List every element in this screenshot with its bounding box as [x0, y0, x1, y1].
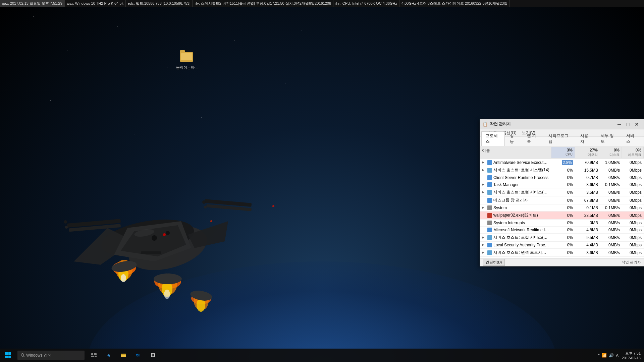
- table-row[interactable]: ▶ 서비스 호스트: 로컬 서비스(네... 0% 3.5MB 0MB/s 0M…: [480, 188, 644, 196]
- start-button[interactable]: [0, 349, 16, 362]
- proc-name-cell: ▶ 서비스 호스트: 로컬 시스템(14): [480, 166, 551, 174]
- expand-icon[interactable]: ▶: [482, 183, 486, 187]
- tab-details[interactable]: 세부 정보: [596, 131, 621, 146]
- tm-close-button[interactable]: ✕: [632, 120, 641, 129]
- table-row[interactable]: ▶ Task Manager 0% 8.6MB 0.1MB/s 0Mbps: [480, 181, 644, 188]
- proc-name-label: Client Server Runtime Process: [493, 175, 548, 180]
- tray-expand[interactable]: ^: [598, 353, 600, 358]
- tm-statusbar: 간단히(D) 작업 관리자: [480, 258, 644, 266]
- svg-point-9: [121, 274, 126, 282]
- proc-icon: [487, 205, 492, 210]
- expand-icon[interactable]: ▶: [482, 161, 486, 165]
- proc-network-cell: 0Mbps: [622, 249, 644, 256]
- tm-simple-view-btn[interactable]: 간단히(D): [483, 259, 505, 266]
- proc-icon: [487, 168, 492, 173]
- tray-icons[interactable]: ^ 📶 🔊 A: [598, 353, 619, 358]
- taskbar-top-item-os[interactable]: wsx: Windows 10 TH2 Pro K 64 bit: [65, 0, 126, 7]
- taskbar-search-box[interactable]: Windows 검색: [17, 351, 85, 360]
- th-cpu[interactable]: 3% CPU: [551, 147, 575, 158]
- proc-disk-cell: 0MB/s: [600, 197, 622, 204]
- tab-performance[interactable]: 성능: [505, 131, 522, 146]
- proc-network-cell: 0Mbps: [622, 189, 644, 196]
- explorer-button[interactable]: [117, 349, 130, 362]
- expand-icon[interactable]: ▶: [482, 236, 486, 240]
- folder-icon-shape: [180, 52, 193, 62]
- table-row[interactable]: ▶ Antimalware Service Executable 2.8% 70…: [480, 159, 644, 166]
- svg-rect-44: [95, 356, 97, 357]
- tm-statusbar-label: 작업 관리자: [622, 260, 641, 265]
- proc-icon: [487, 175, 492, 180]
- th-memory[interactable]: 27% 메모리: [575, 147, 600, 158]
- taskbar-top-item-cpu[interactable]: ihn: CPU: Intel i7-6700K OC 4.36GHz: [333, 0, 399, 7]
- table-row[interactable]: ▶ 서비스 호스트: 로컬 시스템(14) 0% 15.5MB 0MB/s 0M…: [480, 166, 644, 174]
- proc-cpu-cell: 0%: [551, 174, 575, 181]
- svg-point-24: [152, 235, 157, 241]
- proc-cpu-cell: 0%: [551, 204, 575, 211]
- proc-cpu-cell: 0%: [551, 227, 575, 233]
- taskbar-clock[interactable]: 오후 7:51 2017-02-13: [622, 351, 641, 360]
- table-row[interactable]: wallpaper32.exe(32비트) 0% 23.5MB 0MB/s 0M…: [480, 212, 644, 220]
- expand-icon[interactable]: ▶: [482, 251, 486, 255]
- svg-rect-46: [121, 354, 123, 354]
- table-row[interactable]: ▶ 서비스 호스트: 원격 프로시저 ... 0% 3.6MB 0MB/s 0M…: [480, 249, 644, 257]
- table-row[interactable]: ▶ 서비스 호스트: 로컬 서비스(네... 0% 9.5MB 0MB/s 0M…: [480, 234, 644, 242]
- search-icon: [21, 353, 25, 357]
- th-disk[interactable]: 0% 디스크: [600, 147, 622, 158]
- taskbar-top-item-rfv[interactable]: rfv: 스케시홀드2 버전1511[솔시년별] 부팅:0일17:21:50 설…: [193, 0, 333, 7]
- tm-minimize-button[interactable]: ─: [615, 120, 624, 129]
- table-row[interactable]: 데스크톱 창 관리자 0% 67.8MB 0MB/s 0Mbps: [480, 196, 644, 204]
- expand-icon[interactable]: ▶: [482, 206, 486, 210]
- proc-name-cell: ▶ 서비스 호스트: 로컬 서비스(네...: [480, 188, 551, 196]
- proc-memory-cell: 0MB: [575, 220, 600, 226]
- task-view-button[interactable]: [87, 349, 101, 362]
- store-button[interactable]: 🛍: [131, 349, 145, 362]
- proc-icon: [487, 228, 492, 232]
- proc-memory-cell: 3.6MB: [575, 249, 600, 256]
- proc-disk-cell: 0MB/s: [600, 242, 622, 248]
- tray-ime[interactable]: A: [616, 353, 618, 357]
- proc-network-cell: 0Mbps: [622, 212, 644, 219]
- tab-startup[interactable]: 시작프로그램: [544, 131, 575, 146]
- proc-disk-cell: 0MB/s: [600, 249, 622, 256]
- tm-title-icon: 📋: [483, 122, 488, 127]
- taskbar-top-item-build[interactable]: edc: 빌드:10586.753 [10.0.10586.753]: [126, 0, 193, 7]
- taskbar-cpu-label: ihn: CPU: Intel i7-6700K OC 4.36GHz: [335, 1, 397, 5]
- proc-disk-cell: 0MB/s: [600, 212, 622, 219]
- expand-icon[interactable]: ▶: [482, 243, 486, 247]
- taskbar-right: ^ 📶 🔊 A 오후 7:51 2017-02-13: [598, 351, 644, 360]
- tm-maximize-button[interactable]: □: [624, 120, 632, 129]
- taskbar-top-item-datetime[interactable]: qaz: 2017.02.13 월요일 오후 7:51:29: [0, 0, 65, 7]
- taskbar-top-item-freq[interactable]: 4.00GHz 4코어 8스레드 스카이레이크 20160322-0년10개월2…: [399, 0, 510, 7]
- th-network[interactable]: 0% 네트워크: [622, 147, 644, 158]
- search-label: Windows 검색: [26, 353, 52, 358]
- expand-icon[interactable]: ▶: [482, 190, 486, 194]
- tab-users[interactable]: 사용자: [576, 131, 596, 146]
- edge-button[interactable]: e: [102, 349, 115, 362]
- tab-services[interactable]: 서비스: [622, 131, 642, 146]
- table-row[interactable]: System Interrupts 0% 0MB 0MB/s 0Mbps: [480, 220, 644, 227]
- tm-table-header: 이름 3% CPU 27% 메모리 0% 디스크 0% 네트워크: [480, 146, 644, 159]
- proc-memory-cell: 23.5MB: [575, 212, 600, 219]
- proc-name-label: 데스크톱 창 관리자: [493, 197, 528, 203]
- tray-network[interactable]: 📶: [602, 353, 607, 358]
- tab-processes[interactable]: 프로세스: [481, 131, 505, 146]
- proc-network-cell: 0Mbps: [622, 227, 644, 233]
- proc-memory-cell: 67.8MB: [575, 197, 600, 204]
- task-view-icon: [91, 353, 97, 357]
- table-row[interactable]: ▶ System 0% 0.1MB 0.1MB/s 0Mbps: [480, 204, 644, 212]
- th-name[interactable]: 이름: [480, 147, 551, 158]
- photos-button[interactable]: 🖼: [146, 349, 160, 362]
- proc-name-label: Microsoft Network Realtime In...: [493, 228, 549, 232]
- desktop-icon-folder[interactable]: 움직이는바...: [175, 52, 199, 70]
- th-cpu-label: CPU: [553, 153, 573, 156]
- table-row[interactable]: Microsoft Network Realtime In... 0% 4.8M…: [480, 227, 644, 234]
- proc-name-label: 서비스 호스트: 원격 프로시저 ...: [493, 250, 549, 255]
- table-row[interactable]: Client Server Runtime Process 0% 0.7MB 0…: [480, 174, 644, 181]
- proc-icon: [487, 182, 492, 187]
- tray-speaker[interactable]: 🔊: [609, 353, 614, 358]
- proc-cpu-cell: 0%: [551, 234, 575, 241]
- table-row[interactable]: ▶ Local Security Authority Process 0% 4.…: [480, 242, 644, 249]
- tab-app-history[interactable]: 앱 기록: [523, 131, 543, 146]
- proc-name-cell: Microsoft Network Realtime In...: [480, 227, 551, 233]
- expand-icon[interactable]: ▶: [482, 168, 486, 172]
